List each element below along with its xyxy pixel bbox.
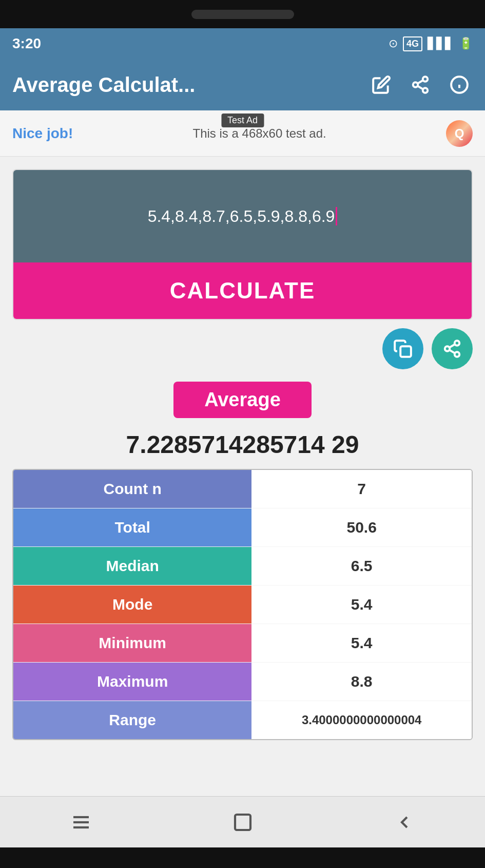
svg-point-10 xyxy=(445,346,450,351)
table-row: Total 50.6 xyxy=(13,508,472,547)
ad-banner: Test Ad Nice job! This is a 468x60 test … xyxy=(0,110,485,157)
average-label-container: Average xyxy=(12,382,473,418)
stats-table: Count n 7 Total 50.6 Median 6.5 Mode 5.4… xyxy=(12,469,473,740)
input-card: 5.4,8.4,8.7,6.5,5.9,8.8,6.9 CALCULATE xyxy=(12,169,473,320)
maximum-value: 8.8 xyxy=(251,663,472,701)
minimum-value: 5.4 xyxy=(251,624,472,662)
bottom-nav xyxy=(0,796,485,847)
total-value: 50.6 xyxy=(251,508,472,546)
status-time: 3:20 xyxy=(12,35,41,52)
table-row: Minimum 5.4 xyxy=(13,624,472,663)
text-cursor xyxy=(336,207,337,225)
network-icon: 4G xyxy=(403,36,422,51)
signal-icon: ▋▋▋ xyxy=(428,37,454,50)
status-icons: ⊙ 4G ▋▋▋ 🔋 xyxy=(389,36,473,51)
maximum-label: Maximum xyxy=(13,663,251,701)
camera-notch xyxy=(191,10,294,19)
minimum-label: Minimum xyxy=(13,624,251,662)
wifi-icon: ⊙ xyxy=(389,37,398,50)
table-row: Range 3.4000000000000004 xyxy=(13,701,472,739)
range-value: 3.4000000000000004 xyxy=(251,701,472,739)
battery-icon: 🔋 xyxy=(459,37,473,50)
count-label: Count n xyxy=(13,470,251,508)
ad-logo: Q xyxy=(446,120,473,147)
svg-point-2 xyxy=(423,88,428,93)
average-value: 7.2285714285714 29 xyxy=(12,422,473,469)
svg-line-4 xyxy=(418,80,423,83)
table-row: Mode 5.4 xyxy=(13,586,472,624)
table-row: Median 6.5 xyxy=(13,547,472,586)
home-nav-button[interactable] xyxy=(222,802,263,843)
svg-point-0 xyxy=(423,77,428,82)
svg-point-9 xyxy=(455,341,460,346)
action-row xyxy=(12,320,473,378)
toolbar-icons xyxy=(368,71,473,98)
svg-point-1 xyxy=(413,82,418,87)
median-label: Median xyxy=(13,547,251,585)
top-bar xyxy=(0,0,485,28)
ad-text: This is a 468x60 test ad. xyxy=(193,126,326,141)
input-field[interactable]: 5.4,8.4,8.7,6.5,5.9,8.8,6.9 xyxy=(13,170,472,262)
app-title: Average Calculat... xyxy=(12,73,195,97)
info-icon[interactable] xyxy=(446,71,473,98)
status-bar: 3:20 ⊙ 4G ▋▋▋ 🔋 xyxy=(0,28,485,59)
svg-line-3 xyxy=(418,86,423,89)
range-label: Range xyxy=(13,701,251,739)
share-icon[interactable] xyxy=(407,71,434,98)
share-result-button[interactable] xyxy=(432,328,473,369)
input-value: 5.4,8.4,8.7,6.5,5.9,8.8,6.9 xyxy=(148,207,335,226)
ad-label: Test Ad xyxy=(221,114,264,127)
mode-label: Mode xyxy=(13,586,251,624)
copy-button[interactable] xyxy=(382,328,423,369)
table-row: Maximum 8.8 xyxy=(13,663,472,701)
table-row: Count n 7 xyxy=(13,470,472,508)
edit-icon[interactable] xyxy=(368,71,395,98)
bottom-bar xyxy=(0,847,485,868)
average-label: Average xyxy=(173,382,312,418)
calculate-button[interactable]: CALCULATE xyxy=(13,262,472,319)
svg-line-13 xyxy=(450,344,455,347)
svg-rect-17 xyxy=(235,815,250,830)
main-content: 5.4,8.4,8.7,6.5,5.9,8.8,6.9 CALCULATE xyxy=(0,157,485,796)
median-value: 6.5 xyxy=(251,547,472,585)
count-value: 7 xyxy=(251,470,472,508)
mode-value: 5.4 xyxy=(251,586,472,624)
ad-nice-text: Nice job! xyxy=(12,125,73,142)
back-nav-button[interactable] xyxy=(384,802,425,843)
svg-line-12 xyxy=(450,350,455,353)
app-toolbar: Average Calculat... xyxy=(0,59,485,110)
svg-rect-8 xyxy=(400,346,411,357)
menu-nav-button[interactable] xyxy=(61,802,102,843)
svg-point-11 xyxy=(455,352,460,357)
total-label: Total xyxy=(13,508,251,546)
